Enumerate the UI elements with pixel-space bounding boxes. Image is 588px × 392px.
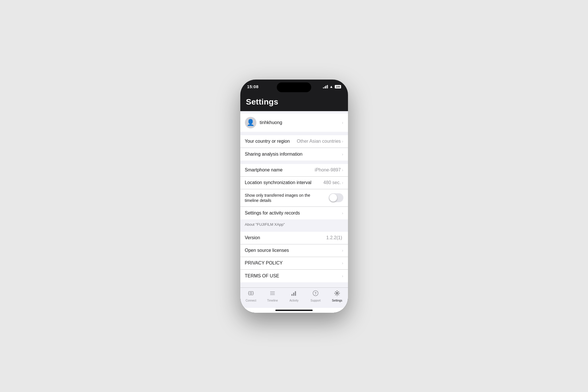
region-chevron-icon: › (342, 139, 343, 144)
svg-rect-8 (293, 293, 294, 296)
sharing-analysis-label: Sharing analysis information (245, 152, 342, 157)
region-sharing-section: Your country or region Other Asian count… (240, 135, 348, 161)
about-section: Version 1.2.2(1) Open source licenses › … (240, 232, 348, 282)
phone-frame: 15:08 ▲ 100 Settings (240, 80, 348, 313)
region-value: Other Asian countries (297, 139, 341, 144)
smartphone-name-value: iPhone-9897 (315, 167, 341, 173)
tab-settings[interactable]: Settings (326, 290, 348, 302)
version-item: Version 1.2.2(1) (240, 232, 348, 244)
tab-support[interactable]: ? Support (305, 290, 326, 302)
status-time: 15:08 (247, 84, 259, 89)
svg-text:?: ? (314, 291, 316, 295)
page-header: Settings (240, 94, 348, 111)
profile-chevron-icon: › (342, 120, 343, 125)
dynamic-island (277, 82, 311, 92)
show-transferred-item[interactable]: Show only transferred images on the time… (240, 189, 348, 207)
sharing-analysis-item[interactable]: Sharing analysis information › (240, 148, 348, 161)
connect-tab-label: Connect (245, 299, 256, 302)
phone-screen: 15:08 ▲ 100 Settings (240, 80, 348, 313)
profile-item-left: 👤 tinhkhuong (245, 117, 342, 128)
activity-records-label: Settings for activity records (245, 211, 342, 216)
smartphone-name-item[interactable]: Smartphone name iPhone-9897 › (240, 164, 348, 177)
tab-connect[interactable]: Connect (240, 290, 262, 302)
toggle-knob (329, 194, 337, 202)
terms-of-use-chevron-icon: › (342, 274, 343, 278)
terms-of-use-label: TERMS OF USE (245, 273, 342, 279)
status-icons: ▲ 100 (323, 84, 341, 89)
battery-icon: 100 (335, 85, 341, 88)
location-sync-chevron-icon: › (342, 180, 343, 185)
timeline-tab-label: Timeline (267, 299, 278, 302)
region-label: Your country or region (245, 139, 297, 144)
connect-icon (248, 290, 254, 298)
privacy-policy-item[interactable]: PRIVACY POLICY › (240, 257, 348, 270)
smartphone-chevron-icon: › (342, 168, 343, 172)
open-source-chevron-icon: › (342, 248, 343, 253)
smartphone-name-label: Smartphone name (245, 167, 315, 173)
about-section-header: About "FUJIFILM XApp" (240, 219, 348, 228)
show-transferred-label: Show only transferred images on the time… (245, 193, 325, 203)
svg-rect-9 (295, 291, 296, 296)
privacy-policy-label: PRIVACY POLICY (245, 260, 342, 266)
settings-icon (334, 290, 340, 298)
open-source-item[interactable]: Open source licenses › (240, 244, 348, 257)
content-area[interactable]: 👤 tinhkhuong › Your country or region Ot… (240, 111, 348, 287)
timeline-icon (269, 290, 276, 298)
svg-rect-7 (291, 294, 293, 296)
tab-bar: Connect Timeline (240, 287, 348, 308)
location-sync-label: Location synchronization interval (245, 180, 324, 185)
svg-point-12 (336, 292, 338, 294)
privacy-policy-chevron-icon: › (342, 261, 343, 265)
signal-bar-1 (323, 87, 324, 88)
version-label: Version (245, 235, 326, 240)
wifi-icon: ▲ (330, 84, 333, 89)
support-tab-label: Support (310, 299, 320, 302)
svg-rect-0 (249, 291, 253, 295)
tab-activity[interactable]: Activity (283, 290, 305, 302)
version-value: 1.2.2(1) (326, 235, 342, 240)
location-sync-value: 480 sec. (323, 180, 341, 185)
profile-item[interactable]: 👤 tinhkhuong › (240, 113, 348, 132)
svg-point-1 (250, 292, 252, 294)
open-source-label: Open source licenses (245, 248, 342, 253)
device-settings-section: Smartphone name iPhone-9897 › Location s… (240, 164, 348, 219)
activity-tab-label: Activity (289, 299, 299, 302)
home-indicator (275, 310, 313, 311)
tab-timeline[interactable]: Timeline (262, 290, 283, 302)
home-indicator-container (240, 308, 348, 313)
location-sync-item[interactable]: Location synchronization interval 480 se… (240, 177, 348, 189)
activity-icon (291, 290, 297, 298)
support-icon: ? (312, 290, 319, 298)
signal-bars-icon (323, 85, 328, 88)
region-item[interactable]: Your country or region Other Asian count… (240, 135, 348, 148)
sharing-chevron-icon: › (342, 152, 343, 157)
show-transferred-toggle[interactable] (329, 193, 343, 202)
status-bar: 15:08 ▲ 100 (240, 80, 348, 94)
signal-bar-2 (324, 86, 325, 88)
username-label: tinhkhuong (260, 120, 342, 125)
signal-bar-3 (326, 86, 326, 88)
activity-records-item[interactable]: Settings for activity records › (240, 207, 348, 219)
signal-bar-4 (327, 85, 328, 88)
settings-tab-label: Settings (332, 299, 342, 302)
user-icon: 👤 (247, 119, 254, 126)
profile-section: 👤 tinhkhuong › (240, 113, 348, 132)
terms-of-use-item[interactable]: TERMS OF USE › (240, 270, 348, 282)
activity-records-chevron-icon: › (342, 211, 343, 215)
page-title: Settings (246, 97, 342, 107)
avatar: 👤 (245, 117, 256, 128)
